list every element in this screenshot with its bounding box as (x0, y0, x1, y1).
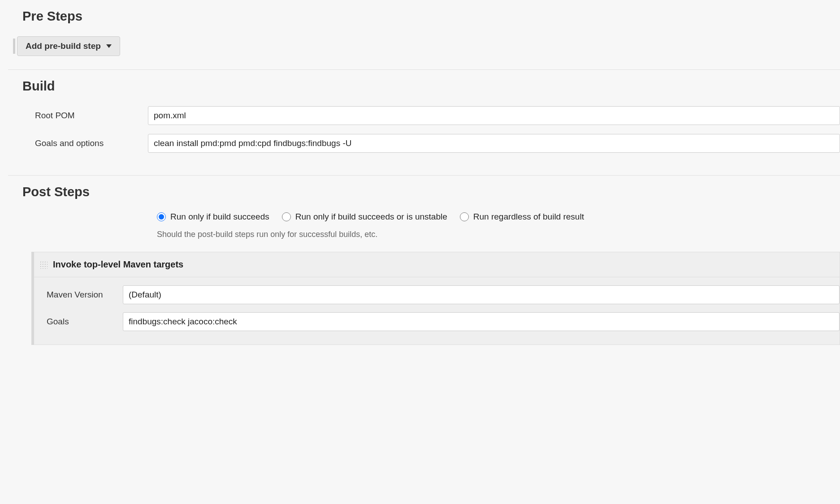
maven-version-label: Maven Version (42, 290, 123, 300)
maven-step-header: Invoke top-level Maven targets (34, 252, 840, 277)
maven-goals-row: Goals (42, 312, 840, 331)
maven-goals-input[interactable] (123, 312, 840, 331)
radio-run-regardless-input[interactable] (460, 212, 469, 221)
goals-options-row: Goals and options (22, 134, 840, 153)
root-pom-label: Root POM (22, 111, 148, 121)
maven-version-row: Maven Version (42, 285, 840, 304)
root-pom-input[interactable] (148, 106, 840, 125)
radio-run-regardless-label: Run regardless of build result (473, 212, 584, 222)
pre-steps-heading: Pre Steps (22, 9, 840, 24)
maven-version-select[interactable] (123, 285, 840, 304)
goals-options-label: Goals and options (22, 138, 148, 148)
build-heading: Build (22, 79, 840, 94)
radio-run-if-succeeds-or-unstable-label: Run only if build succeeds or is unstabl… (295, 212, 447, 222)
build-section: Build Root POM Goals and options (8, 70, 840, 175)
pre-steps-section: Pre Steps Add pre-build step (8, 0, 840, 69)
root-pom-row: Root POM (22, 106, 840, 125)
radio-run-if-succeeds-or-unstable[interactable]: Run only if build succeeds or is unstabl… (282, 212, 447, 222)
maven-goals-label: Goals (42, 317, 123, 327)
maven-step-title: Invoke top-level Maven targets (53, 259, 183, 270)
drag-handle-icon[interactable] (39, 261, 48, 269)
post-steps-run-condition: Run only if build succeeds Run only if b… (157, 212, 840, 222)
maven-step-body: Maven Version Goals (34, 277, 840, 345)
add-pre-build-step-label: Add pre-build step (26, 41, 101, 51)
radio-run-if-succeeds-input[interactable] (157, 212, 166, 221)
radio-run-if-succeeds-or-unstable-input[interactable] (282, 212, 291, 221)
post-steps-heading: Post Steps (22, 185, 840, 199)
radio-run-regardless[interactable]: Run regardless of build result (460, 212, 584, 222)
post-steps-section: Post Steps Run only if build succeeds Ru… (8, 176, 840, 349)
add-pre-build-step-button[interactable]: Add pre-build step (17, 36, 120, 56)
maven-step-block: Invoke top-level Maven targets Maven Ver… (31, 252, 840, 345)
radio-run-if-succeeds-label: Run only if build succeeds (170, 212, 269, 222)
chevron-down-icon (106, 44, 112, 48)
post-steps-help-text: Should the post-build steps run only for… (157, 230, 840, 239)
goals-options-input[interactable] (148, 134, 840, 153)
radio-run-if-succeeds[interactable]: Run only if build succeeds (157, 212, 269, 222)
